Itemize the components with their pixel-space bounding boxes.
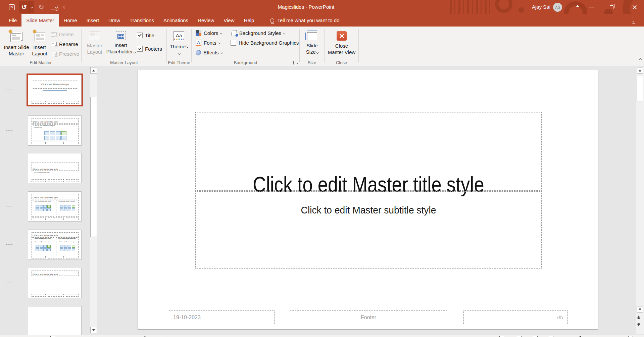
date-text: 19-10-2023 (173, 315, 201, 321)
tell-me-box[interactable]: Tell me what you want to do (270, 14, 339, 27)
ribbon-group-background: Colors A Fonts Effects Background Styles… (192, 27, 299, 66)
mini-content-placeholder: • Click to edit Master text styles (32, 200, 54, 217)
footers-checkbox[interactable]: Footers (137, 46, 162, 52)
delete-icon: ✕ (51, 32, 57, 37)
mini-title-text: Click to edit Master title style (33, 273, 78, 275)
customize-qat-button[interactable] (62, 6, 65, 8)
checkbox-unchecked-icon (231, 40, 236, 46)
comments-icon[interactable] (632, 17, 639, 22)
mini-body-text: • Click to edit Master text styles (58, 241, 79, 243)
tab-animations[interactable]: Animations (159, 14, 193, 27)
insert-slide-master-button[interactable]: Insert SlideMaster (3, 29, 30, 63)
status-bar: Slide Master English (India) Accessibili… (0, 335, 644, 337)
scroll-up-icon[interactable] (90, 67, 97, 74)
title-placeholder[interactable]: Click to edit Master title style (195, 112, 542, 191)
tab-home[interactable]: Home (59, 14, 82, 27)
fonts-dropdown[interactable]: A Fonts (196, 40, 220, 46)
mini-heading-placeholder: Click to edit Master text styles (56, 237, 79, 240)
slide-editing-area: Click to edit Master title style Click t… (138, 70, 598, 330)
insert-layout-button[interactable]: InsertLayout (31, 29, 48, 63)
tab-review[interactable]: Review (193, 14, 219, 27)
insert-placeholder-button[interactable]: InsertPlaceholder (106, 29, 136, 63)
ribbon-group-master-layout: MasterLayout InsertPlaceholder Title Foo… (82, 27, 166, 66)
mini-number-placeholder (66, 256, 79, 258)
mini-heading-text: Click to edit Master text styles (34, 238, 55, 239)
effects-icon (196, 50, 201, 55)
tab-insert[interactable]: Insert (82, 14, 104, 27)
footer-placeholder[interactable]: Footer (290, 310, 447, 324)
collapse-ribbon-icon[interactable] (639, 56, 641, 62)
insert-placeholder-icon (116, 31, 126, 40)
ribbon-group-close: CloseMaster View Close (325, 27, 358, 66)
mini-title-text: Click to edit Master title style (33, 121, 78, 123)
slide-thumbnail-2-title-content[interactable]: Click to edit Master title style• Click … (28, 115, 82, 146)
close-master-view-icon (337, 31, 347, 41)
slide-thumbnail-4-two-content[interactable]: Click to edit Master title style• Click … (28, 191, 82, 222)
tab-file[interactable]: File (4, 14, 21, 27)
mini-title-text: Click to edit Master title style (33, 83, 77, 86)
restore-button[interactable] (603, 0, 620, 14)
mini-date-placeholder (32, 101, 46, 104)
start-from-beginning-button[interactable]: ▸ (49, 1, 59, 13)
scrollbar-thumb[interactable] (90, 97, 97, 237)
thumbnail-scrollbar[interactable] (90, 67, 97, 333)
mini-content-placeholder: • Click to edit Master text styles• Seco… (32, 124, 79, 141)
scroll-up-icon[interactable] (637, 67, 643, 74)
rename-button[interactable]: ab Rename (51, 40, 78, 48)
effects-dropdown[interactable]: Effects (196, 50, 222, 55)
background-styles-dropdown[interactable]: Background Styles (231, 30, 285, 36)
mini-subtitle-text (43, 90, 67, 91)
slide-thumbnail-6-title-only[interactable]: Click to edit Master title style (28, 268, 82, 298)
scroll-down-icon[interactable] (637, 306, 643, 312)
subtitle-placeholder-text: Click to edit Master subtitle style (206, 204, 531, 216)
ribbon-tabs: FileSlide MasterHomeInsertDrawTransition… (0, 14, 259, 27)
undo-dropdown[interactable] (29, 1, 34, 13)
ribbon-group-size: SlideSize Size (300, 27, 324, 66)
canvas-scrollbar[interactable] (636, 67, 644, 334)
themes-button[interactable]: Aa Themes (169, 29, 189, 63)
undo-button-group[interactable]: ↺ (19, 1, 34, 13)
tab-draw[interactable]: Draw (104, 14, 125, 27)
powerpoint-window: ↻ ↺ ↻ ▸ Magicslides - PowerPoint Ajay Sa… (0, 0, 644, 337)
slide-thumbnail-3-section-header[interactable]: Click to edit Master title styleClick to… (28, 153, 82, 183)
tab-help[interactable]: Help (239, 14, 259, 27)
slide-thumbnail-7-blank[interactable] (28, 306, 82, 336)
mini-date-placeholder (32, 179, 46, 182)
tab-transitions[interactable]: Transitions (125, 14, 159, 27)
slide-thumbnail-1-title-slide[interactable]: Click to edit Master title style (28, 75, 82, 105)
group-label-close: Close (325, 60, 358, 65)
titlebar-artwork (495, 0, 512, 13)
next-slide-icon[interactable] (637, 323, 640, 326)
colors-dropdown[interactable]: Colors (196, 30, 222, 36)
themes-icon: Aa (174, 31, 184, 41)
title-checkbox[interactable]: Title (137, 33, 154, 38)
subtitle-placeholder[interactable]: Click to edit Master subtitle style (195, 191, 542, 269)
mini-body-text: • Click to edit Master text styles (58, 201, 79, 202)
tab-slide-master[interactable]: Slide Master (21, 14, 59, 27)
slide-number-placeholder[interactable]: ‹#› (463, 310, 568, 324)
undo-icon[interactable]: ↺ (19, 1, 29, 13)
scroll-down-icon[interactable] (90, 327, 97, 333)
previous-slide-icon[interactable] (637, 316, 640, 319)
close-master-view-button[interactable]: CloseMaster View (327, 29, 357, 63)
hide-background-graphics-checkbox[interactable]: Hide Background Graphics (231, 40, 299, 46)
minimize-button[interactable] (583, 0, 599, 14)
scrollbar-thumb[interactable] (637, 76, 643, 101)
ribbon-display-options-button[interactable] (574, 4, 581, 10)
date-placeholder[interactable]: 19-10-2023 (169, 310, 275, 324)
lightbulb-icon (270, 18, 274, 22)
mini-footer-placeholder (48, 294, 64, 297)
mini-date-placeholder (32, 142, 46, 144)
mini-footer-placeholder (48, 256, 64, 258)
hierarchy-connector (6, 168, 12, 168)
slide-size-button[interactable]: SlideSize (302, 29, 322, 63)
user-name[interactable]: Ajay Sai (532, 0, 550, 14)
tab-view[interactable]: View (219, 14, 239, 27)
ribbon-group-edit-master: Insert SlideMaster InsertLayout ✕ Delete… (0, 27, 81, 66)
avatar[interactable]: AS (553, 3, 562, 12)
save-button[interactable]: ↻ (7, 1, 17, 13)
mini-body-text: • Click to edit Master text styles (34, 201, 55, 202)
slide-thumbnail-5-comparison[interactable]: Click to edit Master title styleClick to… (28, 230, 82, 260)
close-button[interactable] (626, 0, 642, 14)
preserve-button: ⊙ Preserve (51, 50, 79, 58)
